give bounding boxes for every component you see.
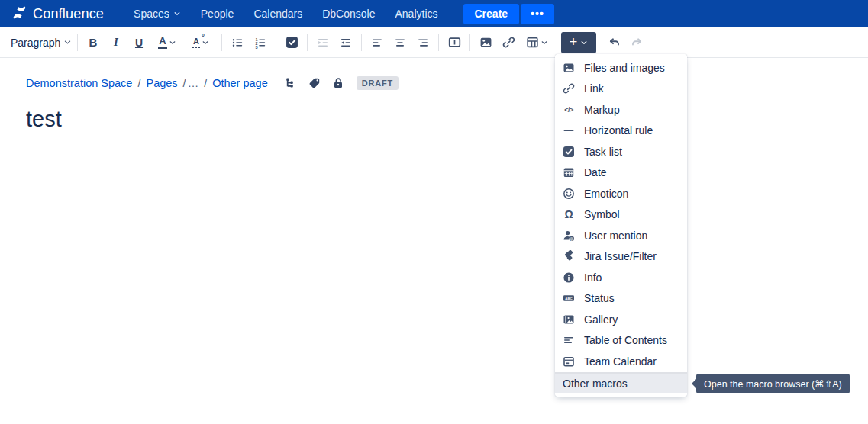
plus-icon: +: [570, 35, 578, 49]
chevron-down-icon: [540, 39, 548, 47]
task-list-icon: [563, 146, 575, 158]
menu-item-user-mention[interactable]: @ User mention: [555, 225, 687, 246]
redo-button: [625, 31, 648, 54]
numbered-list-icon: 1 2 3: [254, 37, 266, 49]
nav-item-dbconsole[interactable]: DbConsole: [322, 8, 375, 20]
nav-item-label: DbConsole: [322, 8, 375, 20]
files-and-images-icon: [563, 62, 575, 74]
align-left-icon: [371, 37, 383, 49]
markup-icon: </>: [563, 104, 575, 116]
gallery-icon: [563, 313, 575, 326]
image-icon: [479, 36, 492, 49]
insert-more-content-dropdown[interactable]: +: [561, 32, 596, 53]
toolbar-divider: [307, 34, 308, 51]
numbered-list-button[interactable]: 1 2 3: [249, 31, 272, 54]
status-icon: ABC: [563, 292, 575, 304]
menu-item-date[interactable]: Date: [555, 162, 687, 184]
nav-item-spaces[interactable]: Spaces: [134, 8, 181, 20]
text-color-dropdown[interactable]: A: [150, 31, 184, 54]
confluence-logo-icon: [12, 5, 27, 23]
breadcrumb-link-space[interactable]: Demonstration Space: [26, 77, 132, 89]
menu-item-link[interactable]: Link: [555, 79, 687, 100]
undo-button[interactable]: [602, 31, 625, 54]
unlocked-restrictions-icon[interactable]: [332, 77, 344, 89]
task-list-button[interactable]: [280, 31, 303, 54]
menu-item-task-list[interactable]: Task list: [555, 141, 687, 162]
insert-table-dropdown[interactable]: [520, 31, 553, 54]
breadcrumb-link-pages[interactable]: Pages: [146, 77, 177, 89]
menu-item-label: Emoticon: [584, 188, 628, 200]
menu-item-status[interactable]: ABC Status: [555, 288, 687, 310]
menu-item-markup[interactable]: </> Markup: [555, 99, 687, 120]
menu-item-label: Symbol: [584, 208, 620, 220]
insert-image-button[interactable]: [474, 31, 497, 54]
page-layout-button[interactable]: [443, 31, 466, 54]
chevron-down-icon: [169, 39, 176, 47]
bold-button[interactable]: B: [82, 31, 105, 54]
menu-item-symbol[interactable]: Ω Symbol: [555, 204, 687, 226]
underline-icon: U: [135, 37, 143, 49]
menu-item-label: Date: [584, 166, 607, 178]
menu-item-label: User mention: [584, 230, 647, 242]
paragraph-style-dropdown[interactable]: Paragraph: [9, 31, 73, 54]
menu-item-horizontal-rule[interactable]: Horizontal rule: [555, 120, 687, 142]
nav-item-analytics[interactable]: Analytics: [395, 8, 437, 20]
insert-content-menu: Files and images Link </> Markup Horizon…: [555, 54, 687, 397]
page-layout-icon: [448, 36, 461, 49]
link-icon: [563, 82, 575, 95]
menu-item-label: Task list: [584, 146, 622, 158]
menu-item-team-calendar[interactable]: Team Calendar: [555, 351, 687, 372]
text-color-icon: A: [158, 36, 166, 49]
page-location-icon[interactable]: [285, 77, 297, 89]
create-button[interactable]: Create: [463, 4, 520, 24]
nav-item-label: People: [201, 8, 234, 20]
insert-link-button[interactable]: [497, 31, 520, 54]
outdent-button: [311, 31, 334, 54]
menu-item-other-macros[interactable]: Other macros: [555, 372, 687, 393]
breadcrumb-separator: /: [137, 77, 140, 89]
align-right-button[interactable]: [411, 31, 434, 54]
align-left-button[interactable]: [366, 31, 389, 54]
breadcrumb-separator: /: [204, 77, 207, 89]
toolbar-divider: [361, 34, 362, 51]
nav-item-calendars[interactable]: Calendars: [253, 8, 302, 20]
emoticon-icon: [563, 188, 575, 200]
breadcrumb-ellipsis[interactable]: …: [188, 77, 199, 89]
menu-item-gallery[interactable]: Gallery: [555, 309, 687, 330]
redo-icon: [631, 36, 644, 49]
align-center-button[interactable]: [389, 31, 411, 54]
table-icon: [526, 36, 539, 49]
team-calendar-icon: [563, 355, 575, 368]
breadcrumb-separator: /: [183, 77, 186, 89]
menu-item-label: Link: [584, 82, 604, 95]
chevron-down-icon: [580, 39, 588, 47]
menu-item-info[interactable]: Info: [555, 267, 687, 288]
info-icon: [563, 271, 575, 284]
bullet-list-button[interactable]: [226, 31, 249, 54]
brand-name: Confluence: [33, 6, 104, 22]
more-formatting-dropdown[interactable]: A: [184, 31, 218, 54]
menu-item-jira-issue-filter[interactable]: Jira Issue/Filter: [555, 246, 687, 268]
menu-item-files-and-images[interactable]: Files and images: [555, 57, 687, 79]
nav-item-label: Analytics: [395, 8, 437, 20]
editor-content-area: Demonstration Space / Pages / … / Other …: [0, 58, 868, 132]
menu-item-emoticon[interactable]: Emoticon: [555, 183, 687, 204]
breadcrumb-link-other-page[interactable]: Other page: [212, 77, 268, 89]
indent-button[interactable]: [334, 31, 357, 54]
italic-button[interactable]: I: [105, 31, 127, 54]
labels-tag-icon[interactable]: [308, 77, 321, 89]
confluence-brand[interactable]: Confluence: [12, 5, 104, 23]
nav-item-people[interactable]: People: [201, 8, 234, 20]
tooltip-arrow: [692, 379, 696, 388]
menu-item-label: Info: [584, 271, 602, 284]
underline-button[interactable]: U: [127, 31, 150, 54]
page-title[interactable]: test: [26, 107, 842, 132]
indent-icon: [340, 37, 352, 49]
horizontal-rule-icon: [563, 124, 575, 137]
menu-item-label: Team Calendar: [584, 355, 657, 368]
menu-item-label: Horizontal rule: [584, 124, 653, 137]
toolbar-divider: [438, 34, 439, 51]
svg-text:ABC: ABC: [565, 297, 573, 300]
more-actions-button[interactable]: •••: [521, 4, 554, 24]
menu-item-table-of-contents[interactable]: Table of Contents: [555, 330, 687, 352]
